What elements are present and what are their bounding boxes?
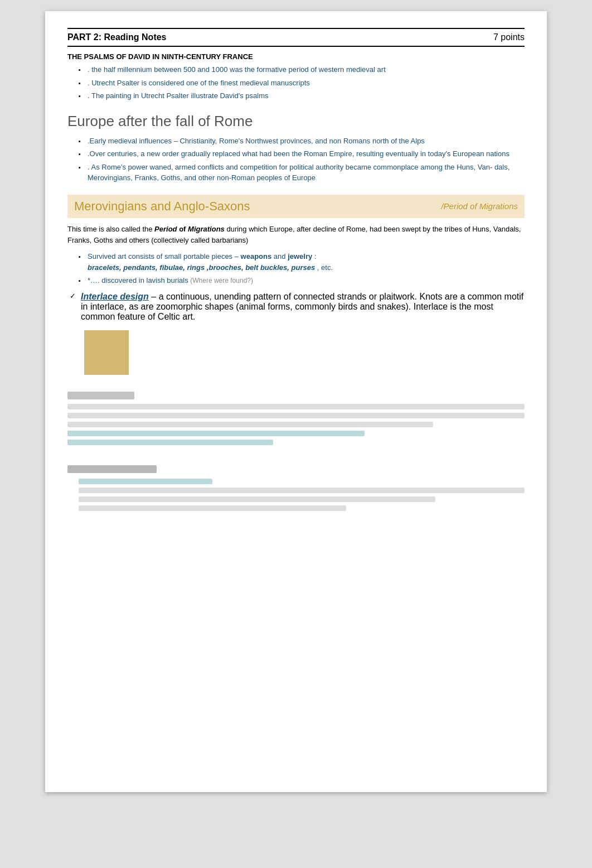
europe-section: Europe after the fall of Rome .Early med… — [67, 113, 525, 184]
intro-of: of — [179, 225, 188, 233]
part2-title: PART 2: Reading Notes — [67, 32, 167, 42]
etc-text: , etc. — [317, 263, 333, 272]
blurred-line — [67, 422, 433, 427]
merov-title: Merovingians and Anglo-Saxons — [74, 199, 250, 214]
europe-bullet-list: .Early medieval influences – Christianit… — [67, 136, 525, 184]
intro-text: This time is also called the — [67, 225, 152, 233]
list-item: . the half millennium between 500 and 10… — [79, 64, 525, 75]
list-item-burials: *…. discovered in lavish burials (Where … — [79, 275, 525, 286]
psalms-bullet-list: . the half millennium between 500 and 10… — [67, 64, 525, 102]
jewelry-items: bracelets, pendants, fibulae, rings ,bro… — [88, 263, 315, 272]
colon-text: : — [314, 252, 317, 261]
part2-header: PART 2: Reading Notes 7 points — [67, 28, 525, 47]
survived-pre: Survived art consists of small portable … — [88, 252, 239, 261]
blurred-heading-2 — [67, 465, 157, 473]
blurred-line — [79, 479, 212, 484]
part2-points: 7 points — [493, 32, 525, 42]
interlace-item: Interlace design – a continuous, unendin… — [67, 292, 525, 322]
merov-intro: This time is also called the Period of M… — [67, 224, 525, 247]
blurred-heading-1 — [67, 392, 134, 399]
blurred-line — [67, 431, 365, 436]
interlace-label: Interlace design — [81, 292, 149, 301]
blurred-line — [67, 413, 525, 418]
europe-heading: Europe after the fall of Rome — [67, 113, 525, 130]
blurred-line — [79, 488, 525, 493]
list-item: . As Rome's power waned, armed conflicts… — [79, 162, 525, 184]
blurred-section-2 — [67, 465, 525, 511]
artifact-image — [84, 330, 129, 375]
list-item: . Utrecht Psalter is considered one of t… — [79, 78, 525, 89]
burials-text: *…. discovered in lavish burials — [88, 276, 188, 284]
merov-bullet-list: Survived art consists of small portable … — [67, 251, 525, 286]
merov-subtitle: /Period of Migrations — [441, 201, 518, 211]
burials-note: (Where were found?) — [190, 277, 253, 284]
blurred-line — [67, 440, 273, 445]
list-item: . The painting in Utrecht Psalter illust… — [79, 90, 525, 102]
psalms-section: THE PSALMS OF DAVID IN NINTH-CENTURY FRA… — [67, 52, 525, 102]
psalms-heading: THE PSALMS OF DAVID IN NINTH-CENTURY FRA… — [67, 52, 525, 61]
intro-migrations: Migrations — [188, 225, 225, 233]
and-text: and — [274, 252, 288, 261]
list-item: .Early medieval influences – Christianit… — [79, 136, 525, 147]
merovingians-section: Merovingians and Anglo-Saxons /Period of… — [67, 195, 525, 375]
blurred-line — [79, 496, 435, 502]
blurred-section-1 — [67, 386, 525, 454]
list-item: .Over centuries, a new order gradually r… — [79, 148, 525, 160]
merov-header: Merovingians and Anglo-Saxons /Period of… — [67, 195, 525, 218]
blurred-line — [67, 404, 525, 409]
page: PART 2: Reading Notes 7 points THE PSALM… — [45, 11, 547, 792]
list-item-survived: Survived art consists of small portable … — [79, 251, 525, 273]
blurred-line — [79, 505, 346, 511]
weapons-text: weapons — [241, 252, 272, 261]
jewelry-text: jewelry — [288, 252, 312, 261]
intro-period: Period — [154, 225, 177, 233]
